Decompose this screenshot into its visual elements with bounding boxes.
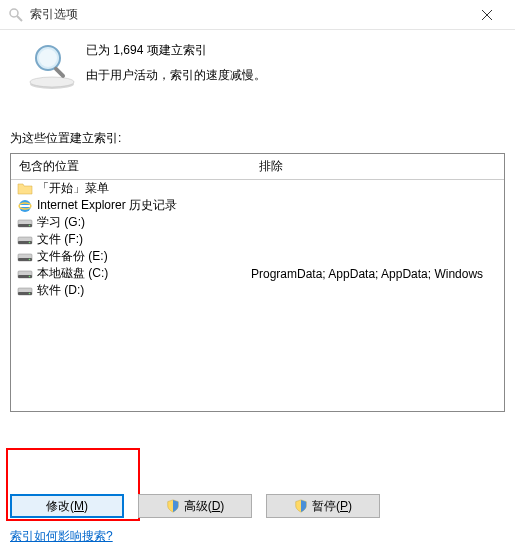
list-item[interactable]: 文件备份 (E:): [11, 248, 251, 265]
info-text: 已为 1,694 项建立索引 由于用户活动，索引的速度减慢。: [86, 40, 266, 92]
modify-button[interactable]: 修改(M): [10, 494, 124, 518]
shield-icon: [166, 499, 180, 513]
magnifier-graphic: [18, 40, 86, 92]
item-label: 文件备份 (E:): [37, 248, 108, 265]
advanced-button[interactable]: 高级(D): [138, 494, 252, 518]
item-label: 本地磁盘 (C:): [37, 265, 108, 282]
excluded-empty: [251, 282, 504, 299]
pause-button[interactable]: 暂停(P): [266, 494, 380, 518]
close-button[interactable]: [467, 1, 507, 29]
list-body: 「开始」菜单Internet Explorer 历史记录学习 (G:)文件 (F…: [11, 180, 504, 411]
svg-point-16: [29, 241, 31, 243]
advanced-label: 高级(D): [184, 498, 225, 515]
svg-point-7: [39, 49, 57, 67]
list-item[interactable]: 学习 (G:): [11, 214, 251, 231]
help-link[interactable]: 索引如何影响搜索?: [10, 529, 113, 543]
header-excluded[interactable]: 排除: [251, 154, 504, 179]
list-item[interactable]: 「开始」菜单: [11, 180, 251, 197]
included-column: 「开始」菜单Internet Explorer 历史记录学习 (G:)文件 (F…: [11, 180, 251, 411]
excluded-text: ProgramData; AppData; AppData; Windows: [251, 265, 504, 282]
svg-line-1: [17, 16, 22, 21]
titlebar: 索引选项: [0, 0, 515, 30]
drive-icon: [17, 283, 33, 299]
item-label: 软件 (D:): [37, 282, 84, 299]
svg-point-13: [29, 224, 31, 226]
item-label: Internet Explorer 历史记录: [37, 197, 177, 214]
pause-label: 暂停(P): [312, 498, 352, 515]
excluded-empty: [251, 197, 504, 214]
svg-point-25: [29, 292, 31, 294]
info-section: 已为 1,694 项建立索引 由于用户活动，索引的速度减慢。: [0, 30, 515, 102]
window-title: 索引选项: [30, 6, 467, 23]
list-item[interactable]: 本地磁盘 (C:): [11, 265, 251, 282]
list-item[interactable]: 文件 (F:): [11, 231, 251, 248]
folder-icon: [17, 181, 33, 197]
drive-icon: [17, 249, 33, 265]
svg-point-0: [10, 9, 18, 17]
magnifier-icon: [26, 40, 78, 92]
excluded-empty: [251, 248, 504, 265]
shield-icon: [294, 499, 308, 513]
drive-icon: [17, 232, 33, 248]
buttons-row: 修改(M) 高级(D) 暂停(P): [10, 494, 380, 518]
list-header: 包含的位置 排除: [11, 154, 504, 180]
list-item[interactable]: 软件 (D:): [11, 282, 251, 299]
app-icon: [8, 7, 24, 23]
drive-icon: [17, 266, 33, 282]
close-icon: [482, 10, 492, 20]
ie-icon: [17, 198, 33, 214]
item-label: 文件 (F:): [37, 231, 83, 248]
locations-label: 为这些位置建立索引:: [0, 102, 515, 153]
excluded-empty: [251, 214, 504, 231]
item-label: 学习 (G:): [37, 214, 85, 231]
svg-point-22: [29, 275, 31, 277]
index-status: 已为 1,694 项建立索引: [86, 42, 266, 59]
item-label: 「开始」菜单: [37, 180, 109, 197]
modify-label: 修改(M): [46, 498, 88, 515]
excluded-empty: [251, 231, 504, 248]
svg-point-19: [29, 258, 31, 260]
svg-point-5: [30, 77, 74, 87]
excluded-empty: [251, 180, 504, 197]
locations-list: 包含的位置 排除 「开始」菜单Internet Explorer 历史记录学习 …: [10, 153, 505, 412]
index-notice: 由于用户活动，索引的速度减慢。: [86, 67, 266, 84]
header-included[interactable]: 包含的位置: [11, 154, 251, 179]
excluded-column: ProgramData; AppData; AppData; Windows: [251, 180, 504, 411]
list-item[interactable]: Internet Explorer 历史记录: [11, 197, 251, 214]
drive-icon: [17, 215, 33, 231]
help-link-row: 索引如何影响搜索?: [10, 528, 113, 545]
